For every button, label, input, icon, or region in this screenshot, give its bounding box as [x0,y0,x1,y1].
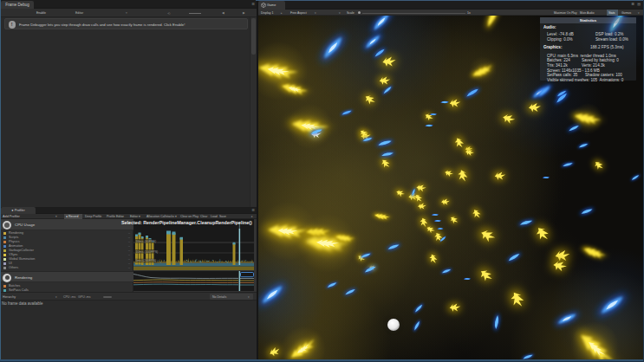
svg-text:16ms (60FPS): 16ms (60FPS) [136,240,157,243]
svg-text:5ms (200FPS): 5ms (200FPS) [136,259,157,262]
svg-text:10ms (100FPS): 10ms (100FPS) [136,250,159,254]
